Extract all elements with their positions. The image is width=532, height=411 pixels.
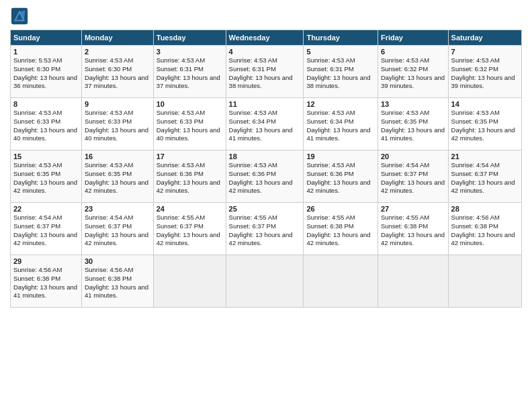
day-number: 4 xyxy=(229,48,301,56)
table-row: 30Sunrise: 4:56 AMSunset: 6:38 PMDayligh… xyxy=(81,255,153,308)
table-row: 10Sunrise: 4:53 AMSunset: 6:33 PMDayligh… xyxy=(153,98,226,150)
day-number: 2 xyxy=(85,48,150,56)
day-info: Sunrise: 4:53 AMSunset: 6:35 PMDaylight:… xyxy=(85,161,150,195)
day-info: Sunrise: 4:53 AMSunset: 6:36 PMDaylight:… xyxy=(229,161,301,195)
day-number: 13 xyxy=(381,100,445,108)
table-row: 27Sunrise: 4:55 AMSunset: 6:38 PMDayligh… xyxy=(378,203,448,255)
table-row: 8Sunrise: 4:53 AMSunset: 6:33 PMDaylight… xyxy=(11,98,82,150)
calendar-table: Sunday Monday Tuesday Wednesday Thursday… xyxy=(10,30,522,308)
day-number: 26 xyxy=(306,205,375,213)
day-info: Sunrise: 4:53 AMSunset: 6:31 PMDaylight:… xyxy=(229,56,301,91)
day-info: Sunrise: 5:53 AMSunset: 6:30 PMDaylight:… xyxy=(13,56,79,91)
main-container: Sunday Monday Tuesday Wednesday Thursday… xyxy=(0,0,532,314)
day-number: 8 xyxy=(13,100,79,108)
day-info: Sunrise: 4:53 AMSunset: 6:32 PMDaylight:… xyxy=(381,56,445,91)
col-friday: Friday xyxy=(378,30,448,46)
table-row xyxy=(304,255,378,308)
day-number: 5 xyxy=(306,48,375,56)
day-number: 18 xyxy=(229,152,301,161)
table-row: 6Sunrise: 4:53 AMSunset: 6:32 PMDaylight… xyxy=(378,46,448,98)
day-info: Sunrise: 4:53 AMSunset: 6:35 PMDaylight:… xyxy=(451,109,519,143)
table-row: 5Sunrise: 4:53 AMSunset: 6:31 PMDaylight… xyxy=(304,46,378,98)
day-number: 10 xyxy=(157,100,223,108)
day-number: 28 xyxy=(451,205,519,213)
table-row: 7Sunrise: 4:53 AMSunset: 6:32 PMDaylight… xyxy=(448,46,521,98)
table-row: 29Sunrise: 4:56 AMSunset: 6:38 PMDayligh… xyxy=(11,255,82,308)
day-info: Sunrise: 4:53 AMSunset: 6:35 PMDaylight:… xyxy=(13,161,79,195)
day-number: 20 xyxy=(381,152,445,161)
day-info: Sunrise: 4:54 AMSunset: 6:37 PMDaylight:… xyxy=(85,214,150,248)
day-number: 14 xyxy=(451,100,519,108)
day-number: 21 xyxy=(451,152,519,161)
col-thursday: Thursday xyxy=(304,30,378,46)
day-info: Sunrise: 4:55 AMSunset: 6:37 PMDaylight:… xyxy=(157,214,223,248)
day-info: Sunrise: 4:53 AMSunset: 6:33 PMDaylight:… xyxy=(13,109,79,143)
day-info: Sunrise: 4:53 AMSunset: 6:32 PMDaylight:… xyxy=(451,56,519,91)
table-row: 23Sunrise: 4:54 AMSunset: 6:37 PMDayligh… xyxy=(81,203,153,255)
day-info: Sunrise: 4:53 AMSunset: 6:36 PMDaylight:… xyxy=(306,161,375,195)
col-saturday: Saturday xyxy=(448,30,521,46)
day-info: Sunrise: 4:55 AMSunset: 6:37 PMDaylight:… xyxy=(229,214,301,248)
day-info: Sunrise: 4:54 AMSunset: 6:37 PMDaylight:… xyxy=(13,214,79,248)
col-wednesday: Wednesday xyxy=(226,30,304,46)
day-number: 1 xyxy=(13,48,79,56)
day-number: 22 xyxy=(13,205,79,213)
table-row xyxy=(153,255,226,308)
table-row: 14Sunrise: 4:53 AMSunset: 6:35 PMDayligh… xyxy=(448,98,521,150)
table-row: 24Sunrise: 4:55 AMSunset: 6:37 PMDayligh… xyxy=(153,203,226,255)
day-info: Sunrise: 4:53 AMSunset: 6:34 PMDaylight:… xyxy=(229,109,301,143)
day-info: Sunrise: 4:56 AMSunset: 6:38 PMDaylight:… xyxy=(13,266,79,300)
day-info: Sunrise: 4:53 AMSunset: 6:30 PMDaylight:… xyxy=(85,56,150,91)
table-row: 1Sunrise: 5:53 AMSunset: 6:30 PMDaylight… xyxy=(11,46,82,98)
table-row: 21Sunrise: 4:54 AMSunset: 6:37 PMDayligh… xyxy=(448,150,521,203)
day-info: Sunrise: 4:54 AMSunset: 6:37 PMDaylight:… xyxy=(381,161,445,195)
day-info: Sunrise: 4:53 AMSunset: 6:31 PMDaylight:… xyxy=(157,56,223,91)
table-row: 13Sunrise: 4:53 AMSunset: 6:35 PMDayligh… xyxy=(378,98,448,150)
table-row: 4Sunrise: 4:53 AMSunset: 6:31 PMDaylight… xyxy=(226,46,304,98)
col-sunday: Sunday xyxy=(11,30,82,46)
table-row xyxy=(448,255,521,308)
col-tuesday: Tuesday xyxy=(153,30,226,46)
table-row: 18Sunrise: 4:53 AMSunset: 6:36 PMDayligh… xyxy=(226,150,304,203)
table-row: 17Sunrise: 4:53 AMSunset: 6:36 PMDayligh… xyxy=(153,150,226,203)
day-number: 25 xyxy=(229,205,301,213)
day-number: 6 xyxy=(381,48,445,56)
day-info: Sunrise: 4:53 AMSunset: 6:36 PMDaylight:… xyxy=(157,161,223,195)
calendar-week-5: 29Sunrise: 4:56 AMSunset: 6:38 PMDayligh… xyxy=(11,255,522,308)
logo-icon xyxy=(10,7,29,26)
day-number: 11 xyxy=(229,100,301,108)
day-number: 3 xyxy=(157,48,223,56)
col-monday: Monday xyxy=(81,30,153,46)
day-info: Sunrise: 4:53 AMSunset: 6:35 PMDaylight:… xyxy=(381,109,445,143)
day-info: Sunrise: 4:56 AMSunset: 6:38 PMDaylight:… xyxy=(451,214,519,248)
day-number: 15 xyxy=(13,152,79,161)
table-row xyxy=(226,255,304,308)
table-row: 9Sunrise: 4:53 AMSunset: 6:33 PMDaylight… xyxy=(81,98,153,150)
day-number: 12 xyxy=(306,100,375,108)
day-number: 17 xyxy=(157,152,223,161)
calendar-week-3: 15Sunrise: 4:53 AMSunset: 6:35 PMDayligh… xyxy=(11,150,522,203)
table-row: 25Sunrise: 4:55 AMSunset: 6:37 PMDayligh… xyxy=(226,203,304,255)
day-info: Sunrise: 4:53 AMSunset: 6:33 PMDaylight:… xyxy=(85,109,150,143)
day-number: 16 xyxy=(85,152,150,161)
table-row: 26Sunrise: 4:55 AMSunset: 6:38 PMDayligh… xyxy=(304,203,378,255)
day-info: Sunrise: 4:53 AMSunset: 6:33 PMDaylight:… xyxy=(157,109,223,143)
table-row xyxy=(378,255,448,308)
table-row: 2Sunrise: 4:53 AMSunset: 6:30 PMDaylight… xyxy=(81,46,153,98)
calendar-week-4: 22Sunrise: 4:54 AMSunset: 6:37 PMDayligh… xyxy=(11,203,522,255)
day-info: Sunrise: 4:53 AMSunset: 6:31 PMDaylight:… xyxy=(306,56,375,91)
day-info: Sunrise: 4:55 AMSunset: 6:38 PMDaylight:… xyxy=(306,214,375,248)
logo xyxy=(10,7,31,26)
table-row: 19Sunrise: 4:53 AMSunset: 6:36 PMDayligh… xyxy=(304,150,378,203)
calendar-week-2: 8Sunrise: 4:53 AMSunset: 6:33 PMDaylight… xyxy=(11,98,522,150)
day-number: 19 xyxy=(306,152,375,161)
table-row: 11Sunrise: 4:53 AMSunset: 6:34 PMDayligh… xyxy=(226,98,304,150)
table-row: 22Sunrise: 4:54 AMSunset: 6:37 PMDayligh… xyxy=(11,203,82,255)
day-number: 9 xyxy=(85,100,150,108)
day-number: 7 xyxy=(451,48,519,56)
day-number: 24 xyxy=(157,205,223,213)
table-row: 16Sunrise: 4:53 AMSunset: 6:35 PMDayligh… xyxy=(81,150,153,203)
day-header-row: Sunday Monday Tuesday Wednesday Thursday… xyxy=(11,30,522,46)
table-row: 20Sunrise: 4:54 AMSunset: 6:37 PMDayligh… xyxy=(378,150,448,203)
header xyxy=(10,7,522,26)
